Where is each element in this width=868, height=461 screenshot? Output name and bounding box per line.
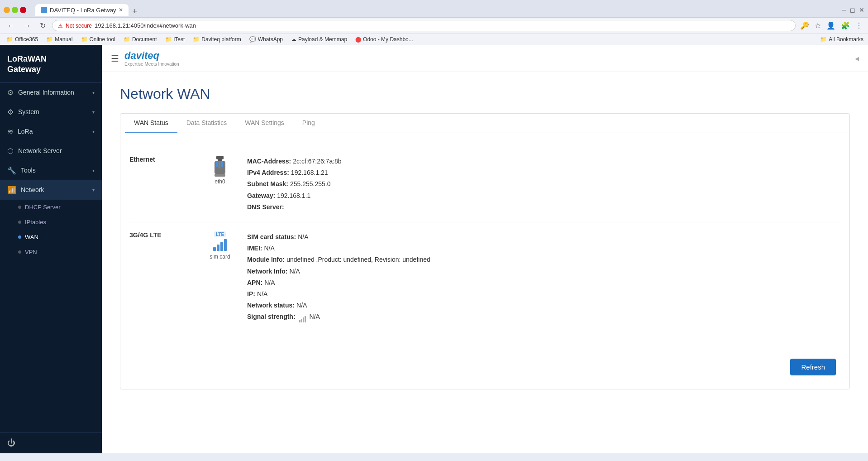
- topbar: ☰ daviteq Expertise Meets Innovation ◂: [102, 45, 868, 72]
- profile-icon[interactable]: 👤: [825, 20, 836, 31]
- extension-puzzle-icon[interactable]: 🧩: [840, 20, 851, 31]
- imei-label: IMEI:: [247, 243, 262, 254]
- network-icon: 📶: [7, 186, 16, 194]
- subnet-row: Subnet Mask: 255.255.255.0: [247, 178, 840, 190]
- imei-value: N/A: [264, 243, 274, 254]
- minimize-btn[interactable]: [4, 7, 10, 13]
- signal-bars-small: [299, 311, 306, 322]
- odoo-icon: ⬤: [355, 36, 361, 43]
- ip-value: N/A: [257, 288, 267, 300]
- sidebar-item-general-information[interactable]: ⚙ General Information ▾: [0, 83, 102, 102]
- window-minimize-btn[interactable]: ─: [842, 6, 846, 14]
- reload-btn[interactable]: ↻: [37, 20, 48, 31]
- folder-icon: 📁: [165, 36, 172, 43]
- subnet-value: 255.255.255.0: [290, 178, 331, 190]
- dns-row: DNS Server:: [247, 202, 840, 213]
- folder-icon: 📁: [6, 36, 13, 43]
- gateway-label: Gateway:: [247, 190, 275, 202]
- ethernet-plug-icon: [211, 156, 229, 178]
- module-row: Module Info: undefined ,Product: undefin…: [247, 254, 840, 265]
- tab-close-btn[interactable]: ✕: [119, 7, 123, 13]
- maximize-btn[interactable]: [12, 7, 18, 13]
- network-status-label: Network status:: [247, 300, 295, 311]
- bookmark-online-tool[interactable]: 📁 Online tool: [79, 35, 117, 43]
- sidebar-item-wan[interactable]: WAN: [0, 230, 102, 245]
- chevron-icon: ▾: [92, 129, 95, 134]
- chevron-icon: ▾: [92, 110, 95, 115]
- gateway-value: 192.168.1.1: [277, 190, 310, 202]
- folder-icon: 📁: [193, 36, 200, 43]
- server-icon: ⬡: [7, 147, 14, 155]
- signal-row: Signal strength: N/A: [247, 311, 840, 322]
- bookmark-daviteq[interactable]: 📁 Daviteq platform: [191, 35, 243, 43]
- ipv4-row: IPv4 Address: 192.168.1.21: [247, 167, 840, 178]
- collapse-icon[interactable]: ◂: [855, 53, 859, 63]
- bar4: [224, 239, 227, 251]
- address-bar[interactable]: ⚠ Not secure: [52, 20, 796, 31]
- ethernet-info: MAC-Address: 2c:cf:67:26:7a:8b IPv4 Addr…: [247, 156, 840, 213]
- sidebar-item-iptables[interactable]: IPtables: [0, 215, 102, 230]
- sidebar-item-network[interactable]: 📶 Network ▾: [0, 180, 102, 200]
- tab-favicon: [41, 7, 47, 13]
- apn-value: N/A: [264, 277, 275, 288]
- star-icon[interactable]: ☆: [814, 20, 822, 31]
- apn-label: APN:: [247, 277, 262, 288]
- system-gear-icon: ⚙: [7, 108, 14, 116]
- ethernet-label: Ethernet: [129, 156, 193, 163]
- bookmark-itest[interactable]: 📁 iTest: [163, 35, 187, 43]
- bookmark-odoo[interactable]: ⬤ Odoo - My Dashbo...: [353, 35, 415, 43]
- sidebar-item-vpn[interactable]: VPN: [0, 245, 102, 259]
- refresh-button[interactable]: Refresh: [790, 359, 836, 375]
- window-close-btn[interactable]: ✕: [859, 6, 864, 14]
- bookmark-office365[interactable]: 📁 Office365: [5, 35, 40, 43]
- small-bar3: [303, 317, 304, 322]
- logo: daviteq Expertise Meets Innovation: [124, 50, 179, 67]
- tab-data-statistics[interactable]: Data Statistics: [177, 114, 236, 133]
- browser-tab[interactable]: DAVITEQ - LoRa Getway ✕: [35, 4, 129, 16]
- tools-icon: 🔧: [7, 166, 16, 175]
- sidebar-item-dhcp-server[interactable]: DHCP Server: [0, 200, 102, 215]
- gateway-row: Gateway: 192.168.1.1: [247, 190, 840, 202]
- bar3: [220, 242, 223, 251]
- back-btn[interactable]: ←: [5, 21, 17, 31]
- close-btn[interactable]: [20, 7, 26, 13]
- module-value: undefined ,Product: undefined, Revision:…: [286, 254, 430, 265]
- page-body: Network WAN WAN Status Data Statistics W…: [102, 72, 868, 453]
- lte-label: 3G/4G LTE: [129, 231, 193, 239]
- more-btn[interactable]: ⋮: [854, 20, 863, 31]
- ipv4-label: IPv4 Address:: [247, 167, 289, 178]
- network-info-row: Network Info: N/A: [247, 266, 840, 277]
- sidebar-item-network-server[interactable]: ⬡ Network Server: [0, 141, 102, 161]
- whatsapp-icon: 💬: [249, 36, 256, 43]
- hamburger-icon[interactable]: ☰: [111, 53, 119, 64]
- extensions-icon[interactable]: 🔑: [799, 20, 810, 31]
- all-bookmarks-btn[interactable]: 📁 All Bookmarks: [820, 36, 863, 43]
- new-tab-btn[interactable]: +: [129, 7, 141, 16]
- url-input[interactable]: [95, 22, 790, 29]
- dns-label: DNS Server:: [247, 202, 284, 213]
- not-secure-label: Not secure: [66, 23, 92, 29]
- bookmark-manual[interactable]: 📁 Manual: [44, 35, 74, 43]
- dot-icon: [18, 221, 21, 224]
- svg-rect-3: [216, 161, 218, 167]
- tab-wan-status[interactable]: WAN Status: [125, 114, 177, 133]
- sidebar-item-system[interactable]: ⚙ System ▾: [0, 102, 102, 122]
- tab-content: Ethernet: [120, 133, 849, 345]
- power-btn[interactable]: ⏻: [7, 438, 15, 448]
- tabs-header: WAN Status Data Statistics WAN Settings …: [120, 114, 849, 133]
- tab-wan-settings[interactable]: WAN Settings: [236, 114, 293, 133]
- page-title: Network WAN: [120, 86, 850, 102]
- bookmark-payload[interactable]: ☁ Payload & Memmap: [289, 35, 349, 43]
- dot-icon: [18, 250, 21, 254]
- dot-active-icon: [18, 235, 21, 239]
- forward-btn[interactable]: →: [21, 21, 33, 31]
- bookmark-whatsapp[interactable]: 💬 WhatsApp: [248, 35, 285, 43]
- sidebar-item-tools[interactable]: 🔧 Tools ▾: [0, 161, 102, 180]
- ethernet-section: Ethernet: [129, 147, 840, 222]
- window-maximize-btn[interactable]: ◻: [850, 6, 855, 14]
- button-area: Refresh: [120, 345, 849, 389]
- bookmark-document[interactable]: 📁 Document: [122, 35, 159, 43]
- tab-ping[interactable]: Ping: [293, 114, 324, 133]
- sidebar-item-lora[interactable]: ≋ LoRa ▾: [0, 122, 102, 141]
- signal-bars-icon: [213, 239, 227, 251]
